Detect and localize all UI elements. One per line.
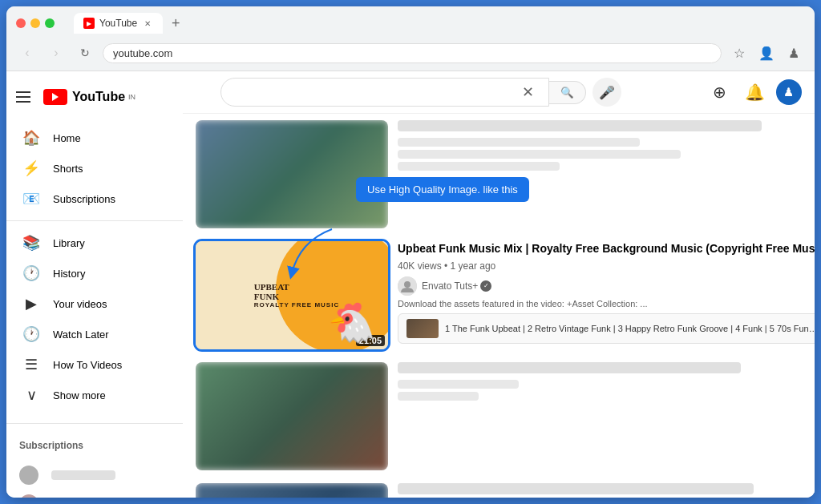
thumbnail-image-2	[196, 362, 388, 470]
video-meta-blur-1	[398, 138, 640, 147]
sidebar-item-your-videos[interactable]: ▶ Your videos	[10, 288, 180, 319]
sidebar-label-home: Home	[53, 132, 81, 144]
sidebar-label-subscriptions: Subscriptions	[53, 193, 115, 205]
chapters-bar: 1 The Funk Upbeat | 2 Retro Vintage Funk…	[398, 313, 815, 344]
mic-button[interactable]: 🎤	[592, 78, 621, 107]
sub-avatar-2	[19, 494, 38, 498]
maximize-traffic-light[interactable]	[45, 18, 55, 28]
video-title-blur	[398, 120, 762, 131]
profile-icon[interactable]: 👤	[755, 42, 778, 64]
table-row	[196, 362, 802, 470]
thumbnail-text: UPBEAT FUNK ROYALTY FREE MUSIC	[245, 282, 339, 308]
hamburger-menu[interactable]	[16, 91, 30, 103]
sidebar: YouTube IN 🏠 Home ⚡ Shorts 📧 Subscriptio…	[6, 71, 183, 498]
minimize-traffic-light[interactable]	[30, 18, 40, 28]
tab-title: YouTube	[99, 18, 137, 29]
thumbnail-title-line2: FUNK	[254, 292, 339, 301]
history-icon: 🕐	[22, 264, 40, 282]
chapters-text: 1 The Funk Upbeat | 2 Retro Vintage Funk…	[445, 324, 815, 333]
video-meta-upbeat: 40K views • 1 year ago	[398, 260, 815, 272]
forward-button[interactable]: ›	[45, 42, 67, 64]
video-title-upbeat: Upbeat Funk Music Mix | Royalty Free Bac…	[398, 241, 815, 257]
yt-logo-region: IN	[128, 93, 135, 101]
back-button[interactable]: ‹	[16, 42, 38, 64]
notifications-button[interactable]: 🔔	[741, 78, 770, 107]
channel-row-upbeat: Envato Tuts+ ✓	[398, 276, 815, 296]
sidebar-label-show-more: Show more	[53, 389, 106, 401]
search-input[interactable]	[233, 86, 522, 99]
table-row	[196, 120, 802, 228]
subscriptions-section-title: Subscriptions	[6, 430, 183, 454]
refresh-button[interactable]: ↻	[74, 42, 96, 64]
app-body: YouTube IN 🏠 Home ⚡ Shorts 📧 Subscriptio…	[6, 71, 815, 498]
how-to-icon: ☰	[22, 356, 40, 373]
sidebar-label-library: Library	[53, 237, 85, 249]
new-tab-button[interactable]: +	[166, 14, 185, 33]
browser-chrome: ▶ YouTube ✕ + ‹ › ↻ youtube.com ☆ 👤 ♟	[6, 6, 815, 71]
tab-favicon: ▶	[83, 18, 95, 29]
sub-item-2[interactable]	[6, 490, 183, 498]
chicken-emoji: 🐔	[328, 300, 376, 345]
sub-item-1[interactable]	[6, 461, 183, 490]
search-bar: ✕	[220, 78, 549, 107]
nav-right-icons: ☆ 👤 ♟	[728, 42, 805, 64]
sidebar-item-show-more[interactable]: ∨ Show more	[10, 380, 180, 410]
extension-icon[interactable]: ♟	[783, 42, 805, 64]
sidebar-label-watch-later: Watch Later	[53, 329, 109, 341]
main-content: ✕ 🔍 🎤 ⊕ 🔔	[183, 71, 815, 498]
svg-point-1	[404, 281, 410, 288]
thumbnail-top-blurred[interactable]	[196, 120, 388, 228]
thumbnail-image	[196, 120, 388, 228]
sidebar-label-your-videos: Your videos	[53, 298, 107, 310]
tab-bar: ▶ YouTube ✕ +	[64, 13, 195, 34]
table-row: Use High Quality Image. like this	[196, 241, 802, 349]
video-info-blurred-3	[398, 483, 802, 498]
active-tab[interactable]: ▶ YouTube ✕	[74, 13, 163, 34]
video-info-blurred-2	[398, 362, 802, 404]
title-bar: ▶ YouTube ✕ +	[6, 6, 815, 38]
sidebar-divider-2	[6, 423, 183, 424]
tab-close-btn[interactable]: ✕	[142, 18, 153, 29]
app-header: ✕ 🔍 🎤 ⊕ 🔔	[183, 71, 815, 114]
thumbnail-blurred-2[interactable]	[196, 362, 388, 470]
video-meta-blur-2	[398, 150, 681, 159]
sidebar-label-shorts: Shorts	[53, 163, 83, 175]
sidebar-item-library[interactable]: 📚 Library	[10, 228, 180, 258]
header-right: ⊕ 🔔 ♟	[706, 78, 802, 107]
video-description-upbeat: Download the assets featured in the vide…	[398, 299, 815, 308]
sidebar-item-shorts[interactable]: ⚡ Shorts	[10, 153, 180, 183]
thumbnail-blurred-3[interactable]: chill	[196, 483, 388, 498]
shorts-icon: ⚡	[22, 159, 40, 177]
close-traffic-light[interactable]	[16, 18, 26, 28]
home-icon: 🏠	[22, 129, 40, 147]
bookmark-icon[interactable]: ☆	[728, 42, 750, 64]
address-bar[interactable]: youtube.com	[103, 43, 722, 63]
video-title-blur-3	[398, 483, 754, 494]
user-avatar-button[interactable]: ♟	[776, 79, 802, 105]
search-button[interactable]: 🔍	[549, 81, 586, 104]
search-clear-icon[interactable]: ✕	[522, 83, 534, 101]
create-video-button[interactable]: ⊕	[706, 78, 734, 107]
thumbnail-title-line1: UPBEAT	[254, 282, 339, 292]
sidebar-item-watch-later[interactable]: 🕐 Watch Later	[10, 319, 180, 349]
nav-bar: ‹ › ↻ youtube.com ☆ 👤 ♟	[6, 38, 815, 71]
sidebar-item-how-to-videos[interactable]: ☰ How To Videos	[10, 349, 180, 380]
channel-name-text: Envato Tuts+	[422, 280, 478, 292]
yt-header: YouTube IN	[6, 78, 183, 116]
thumbnail-subtitle: ROYALTY FREE MUSIC	[254, 301, 339, 308]
video-meta-blur-4	[398, 380, 519, 389]
sidebar-item-history[interactable]: 🕐 History	[10, 258, 180, 288]
thumbnail-image-3: chill	[196, 483, 388, 498]
show-more-icon: ∨	[22, 386, 40, 404]
verified-icon: ✓	[480, 280, 491, 292]
table-row: chill	[196, 483, 802, 498]
subscriptions-icon: 📧	[22, 190, 40, 208]
callout-arrow	[284, 225, 348, 281]
sidebar-nav: 🏠 Home ⚡ Shorts 📧 Subscriptions 📚 Librar…	[6, 116, 183, 417]
sidebar-item-home[interactable]: 🏠 Home	[10, 123, 180, 153]
sub-name-1	[51, 470, 115, 480]
sidebar-item-subscriptions[interactable]: 📧 Subscriptions	[10, 183, 180, 214]
yt-logo-icon	[43, 89, 67, 105]
search-container: ✕ 🔍 🎤	[220, 78, 621, 107]
video-meta-blur-3	[398, 162, 560, 171]
